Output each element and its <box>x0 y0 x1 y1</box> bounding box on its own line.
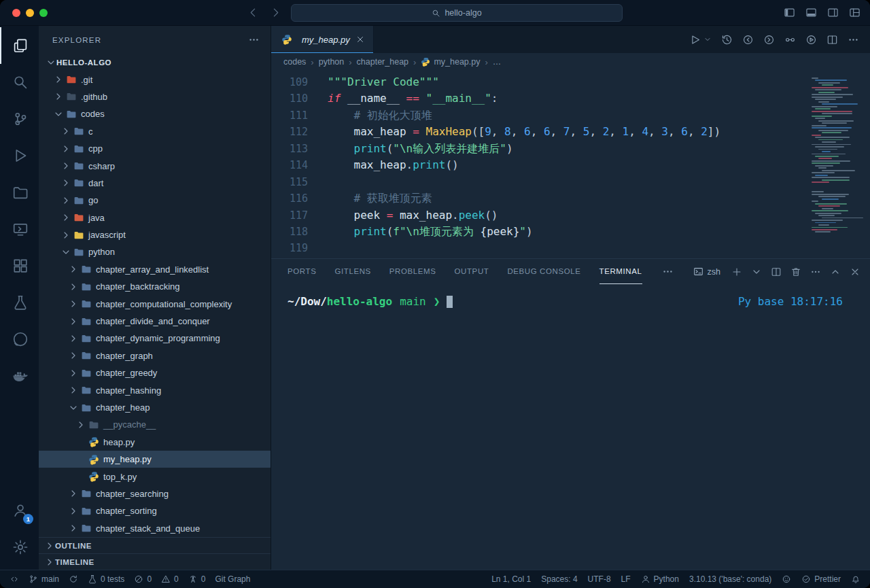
run-python-file[interactable] <box>689 34 701 46</box>
editor-more-actions[interactable] <box>848 34 859 46</box>
sync-changes[interactable] <box>65 570 82 588</box>
panel-tab-gitlens[interactable]: GITLENS <box>334 259 370 284</box>
breadcrumb-item[interactable]: … <box>493 57 502 67</box>
git-branch[interactable]: main <box>24 570 63 588</box>
section-outline[interactable]: OUTLINE <box>39 537 271 553</box>
tree-item-python[interactable]: python <box>39 243 271 260</box>
panel-tab-output[interactable]: OUTPUT <box>455 259 489 284</box>
problems-errors[interactable]: 0 <box>130 570 156 588</box>
remote-indicator[interactable] <box>5 570 23 588</box>
close-window-button[interactable] <box>12 9 20 17</box>
run-or-debug[interactable] <box>805 34 817 46</box>
tree-item-c[interactable]: c <box>39 123 271 140</box>
activity-source-control[interactable] <box>0 101 39 137</box>
breadcrumb-item[interactable]: codes <box>283 57 306 67</box>
activity-testing[interactable] <box>0 284 39 321</box>
close-panel[interactable] <box>850 266 860 277</box>
activity-accounts[interactable]: 1 <box>0 492 39 529</box>
terminal-more-actions[interactable] <box>810 266 821 277</box>
compare-changes[interactable] <box>784 34 796 46</box>
next-change[interactable] <box>763 34 775 46</box>
tree-item-chapter-searching[interactable]: chapter_searching <box>39 485 271 502</box>
breadcrumb-item[interactable]: my_heap.py <box>421 57 480 67</box>
tree-item-my-heap-py[interactable]: my_heap.py <box>39 451 271 468</box>
tree-item-chapter-sorting[interactable]: chapter_sorting <box>39 502 271 519</box>
language-mode[interactable]: Python <box>637 570 683 588</box>
tree-item-chapter-backtracking[interactable]: chapter_backtracking <box>39 278 271 295</box>
activity-explorer[interactable] <box>0 27 39 64</box>
tree-item-go[interactable]: go <box>39 192 271 209</box>
toggle-panel[interactable] <box>805 7 817 18</box>
panel-tabs-more-icon[interactable] <box>662 266 674 277</box>
run-dropdown[interactable] <box>703 35 712 44</box>
end-of-line[interactable]: LF <box>617 570 635 588</box>
maximize-panel[interactable] <box>830 266 841 277</box>
tree-item-chapter-divide-and-conquer[interactable]: chapter_divide_and_conquer <box>39 313 271 330</box>
notifications[interactable] <box>847 570 865 588</box>
zoom-window-button[interactable] <box>39 9 48 17</box>
breadcrumb-item[interactable]: python <box>319 57 345 67</box>
tree-item-chapter-array-and-linkedlist[interactable]: chapter_array_and_linkedlist <box>39 261 271 278</box>
forwarded-ports[interactable]: 0 <box>184 570 210 588</box>
terminal-shell-selector[interactable]: zsh <box>693 266 720 277</box>
tree-item-java[interactable]: java <box>39 209 271 226</box>
tree-item-javascript[interactable]: javascript <box>39 226 271 243</box>
go-back-icon[interactable] <box>247 7 259 18</box>
feedback[interactable] <box>778 570 795 588</box>
new-terminal[interactable] <box>731 266 742 277</box>
split-editor[interactable] <box>826 34 838 46</box>
go-forward-icon[interactable] <box>270 7 281 18</box>
tab-my-heap-py[interactable]: my_heap.py <box>271 26 374 53</box>
tree-item--git[interactable]: .git <box>39 71 271 88</box>
customize-layout[interactable] <box>849 7 860 18</box>
terminal[interactable]: ~/Dow/ hello-algo main ❯ Py base 18:17:1… <box>271 284 870 570</box>
problems-warnings[interactable]: 0 <box>157 570 183 588</box>
tree-item--github[interactable]: .github <box>39 88 271 105</box>
split-terminal[interactable] <box>771 266 782 277</box>
test-status[interactable]: 0 tests <box>84 570 128 588</box>
tree-item-cpp[interactable]: cpp <box>39 140 271 157</box>
tree-item-chapter-heap[interactable]: chapter_heap <box>39 399 271 416</box>
terminal-profiles-dropdown[interactable] <box>751 266 762 277</box>
command-center-search[interactable]: hello-algo <box>291 4 623 22</box>
kill-terminal[interactable] <box>790 266 801 277</box>
panel-tab-problems[interactable]: PROBLEMS <box>389 259 436 284</box>
file-history[interactable] <box>721 34 733 46</box>
panel-tab-terminal[interactable]: TERMINAL <box>599 259 642 284</box>
explorer-more-actions-icon[interactable] <box>248 34 260 46</box>
activity-project-manager[interactable] <box>0 174 39 211</box>
tree-item-hello-algo[interactable]: HELLO-ALGO <box>39 54 271 71</box>
section-timeline[interactable]: TIMELINE <box>39 553 271 570</box>
toggle-primary-sidebar[interactable] <box>784 7 795 18</box>
tree-item-heap-py[interactable]: heap.py <box>39 434 271 451</box>
python-interpreter[interactable]: 3.10.13 ('base': conda) <box>685 570 776 588</box>
tree-item-csharp[interactable]: csharp <box>39 157 271 174</box>
prettier-status[interactable]: Prettier <box>797 570 845 588</box>
tree-item-chapter-computational-complexity[interactable]: chapter_computational_complexity <box>39 295 271 312</box>
activity-extensions[interactable] <box>0 247 39 284</box>
breadcrumb-item[interactable]: chapter_heap <box>357 57 408 67</box>
activity-run-and-debug[interactable] <box>0 137 39 174</box>
indentation[interactable]: Spaces: 4 <box>537 570 581 588</box>
code-editor[interactable]: 109"""Driver Code"""110if __name__ == "_… <box>271 71 870 258</box>
previous-change[interactable] <box>742 34 754 46</box>
activity-search[interactable] <box>0 64 39 101</box>
tree-item--pycache-[interactable]: __pycache__ <box>39 416 271 433</box>
minimap[interactable] <box>812 77 866 252</box>
panel-tab-debug-console[interactable]: DEBUG CONSOLE <box>507 259 580 284</box>
tree-item-chapter-hashing[interactable]: chapter_hashing <box>39 381 271 398</box>
encoding[interactable]: UTF-8 <box>584 570 615 588</box>
tree-item-chapter-graph[interactable]: chapter_graph <box>39 347 271 364</box>
tree-item-top-k-py[interactable]: top_k.py <box>39 468 271 485</box>
tree-item-codes[interactable]: codes <box>39 105 271 122</box>
tree-item-dart[interactable]: dart <box>39 175 271 192</box>
close-tab-icon[interactable] <box>355 35 365 44</box>
tree-item-chapter-dynamic-programming[interactable]: chapter_dynamic_programming <box>39 330 271 347</box>
tree-item-chapter-greedy[interactable]: chapter_greedy <box>39 364 271 381</box>
toggle-secondary-sidebar[interactable] <box>827 7 839 18</box>
activity-settings[interactable] <box>0 529 39 566</box>
minimize-window-button[interactable] <box>26 9 34 17</box>
activity-github[interactable] <box>0 321 39 358</box>
activity-remote-explorer[interactable] <box>0 211 39 247</box>
git-graph[interactable]: Git Graph <box>211 570 254 588</box>
